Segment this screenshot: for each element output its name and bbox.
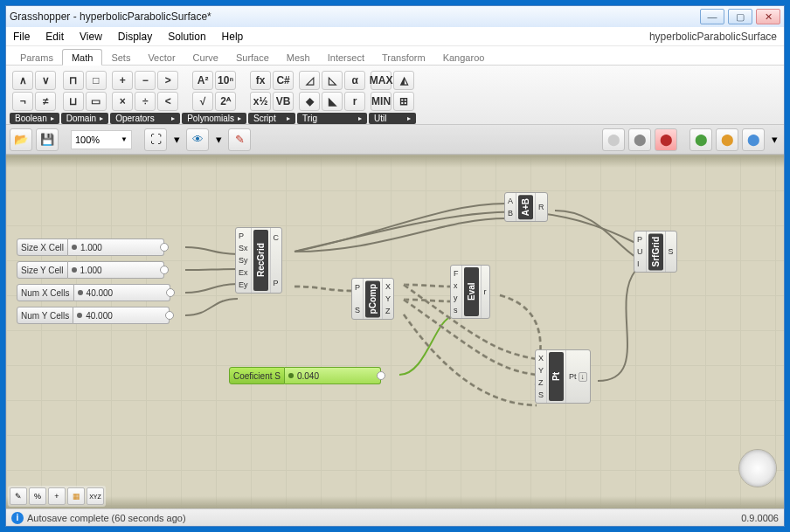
shade-white-button[interactable]: ⬤ bbox=[602, 128, 625, 151]
ribbon-button[interactable]: C# bbox=[273, 71, 294, 90]
ribbon-button[interactable]: ⊞ bbox=[393, 92, 414, 111]
port-in-x[interactable]: x bbox=[454, 280, 459, 292]
slider-size-x-cell[interactable]: Size X Cell1.000 bbox=[17, 238, 164, 256]
ball-orange-button[interactable]: ⬤ bbox=[716, 128, 738, 151]
component-pcomp[interactable]: P S pComp X Y Z bbox=[351, 278, 394, 320]
ribbon-button[interactable]: ⊔ bbox=[63, 92, 84, 111]
tab-math[interactable]: Math bbox=[62, 49, 102, 66]
shade-red-button[interactable]: ⬤ bbox=[655, 128, 677, 151]
ribbon-group-label[interactable]: Script▸ bbox=[248, 113, 295, 124]
ribbon-button[interactable]: ≠ bbox=[35, 92, 56, 111]
ribbon-button[interactable]: ◭ bbox=[393, 71, 414, 90]
ribbon-button[interactable]: ¬ bbox=[12, 92, 33, 111]
ribbon-button[interactable]: √ bbox=[192, 92, 213, 111]
menu-edit[interactable]: Edit bbox=[45, 31, 64, 43]
ribbon-button[interactable]: + bbox=[112, 71, 133, 90]
preview-dropdown[interactable]: ▾ bbox=[212, 128, 225, 151]
ribbon-button[interactable]: ◣ bbox=[322, 92, 343, 111]
slider-track[interactable]: 0.040 bbox=[285, 367, 381, 384]
port-in-P[interactable]: P bbox=[637, 233, 643, 245]
port-in-s[interactable]: s bbox=[454, 304, 459, 316]
ribbon-button[interactable]: α bbox=[344, 71, 365, 90]
component-aplusb[interactable]: A B A+B R bbox=[504, 192, 548, 222]
port-out-R[interactable]: R bbox=[538, 201, 544, 213]
slider-size-y-cell[interactable]: Size Y Cell1.000 bbox=[17, 261, 164, 279]
menu-display[interactable]: Display bbox=[118, 31, 152, 43]
menu-solution[interactable]: Solution bbox=[168, 31, 205, 43]
ribbon-button[interactable]: ∨ bbox=[35, 71, 56, 90]
port-in-Ex[interactable]: Ex bbox=[239, 266, 248, 279]
ribbon-group-label[interactable]: Operators▸ bbox=[110, 113, 180, 124]
zoom-extents-button[interactable]: ⛶ bbox=[144, 128, 167, 151]
port-out-Y[interactable]: Y bbox=[385, 293, 391, 305]
ribbon-button[interactable]: > bbox=[157, 71, 178, 90]
ribbon-group-label[interactable]: Polynomials▸ bbox=[182, 113, 246, 124]
tab-sets[interactable]: Sets bbox=[102, 50, 139, 65]
minimize-button[interactable]: — bbox=[700, 9, 724, 24]
ribbon-button[interactable]: MIN bbox=[371, 92, 392, 111]
ball-green-button[interactable]: ⬤ bbox=[690, 128, 712, 151]
component-pt[interactable]: X Y Z S Pt Pt ↓ bbox=[535, 349, 591, 404]
port-in-Y[interactable]: Y bbox=[538, 364, 544, 377]
port-in-S[interactable]: S bbox=[355, 304, 360, 316]
preview-button[interactable]: 👁 bbox=[186, 128, 209, 151]
port-in-P[interactable]: P bbox=[355, 281, 360, 294]
port-in-Z[interactable]: Z bbox=[538, 377, 544, 389]
maximize-button[interactable]: ▢ bbox=[728, 9, 752, 24]
ribbon-button[interactable]: × bbox=[112, 92, 133, 111]
ribbon-button[interactable]: ▭ bbox=[86, 92, 107, 111]
slider-coeficient-s[interactable]: Coeficient S0.040 bbox=[229, 367, 381, 384]
port-in-Ey[interactable]: Ey bbox=[239, 279, 248, 291]
slider-track[interactable]: 1.000 bbox=[68, 261, 164, 279]
component-srfgrid[interactable]: P U I SrfGrid S bbox=[634, 231, 677, 273]
close-button[interactable]: ✕ bbox=[756, 9, 780, 24]
port-out-Z[interactable]: Z bbox=[385, 305, 391, 317]
port-out-Pt[interactable]: Pt ↓ bbox=[569, 370, 587, 383]
ball-dropdown[interactable]: ▾ bbox=[768, 128, 780, 151]
ribbon-button[interactable]: ⊓ bbox=[63, 71, 84, 90]
port-in-U[interactable]: U bbox=[637, 245, 643, 258]
port-in-Sy[interactable]: Sy bbox=[239, 254, 248, 266]
menu-view[interactable]: View bbox=[80, 31, 102, 43]
ribbon-button[interactable]: A² bbox=[192, 71, 213, 90]
port-in-I[interactable]: I bbox=[637, 258, 643, 270]
component-recgrid[interactable]: P Sx Sy Ex Ey RecGrid C P bbox=[235, 227, 282, 294]
tab-intersect[interactable]: Intersect bbox=[319, 50, 373, 65]
open-button[interactable]: 📂 bbox=[10, 128, 32, 151]
ribbon-button[interactable]: 2ᴬ bbox=[215, 92, 236, 111]
ribbon-button[interactable]: MAX bbox=[371, 71, 392, 90]
slider-num-y-cells[interactable]: Num Y Cells40.000 bbox=[17, 307, 170, 324]
tab-vector[interactable]: Vector bbox=[139, 50, 184, 65]
ribbon-group-label[interactable]: Trig▸ bbox=[297, 113, 367, 124]
ball-blue-button[interactable]: ⬤ bbox=[742, 128, 765, 151]
ribbon-button[interactable]: ◺ bbox=[322, 71, 343, 90]
shade-gray-button[interactable]: ⬤ bbox=[628, 128, 651, 151]
tab-mesh[interactable]: Mesh bbox=[278, 50, 319, 65]
port-out-X[interactable]: X bbox=[385, 280, 391, 293]
plus-tool-button[interactable]: + bbox=[48, 487, 66, 505]
fuzzy-tool-button[interactable]: ▦ bbox=[67, 487, 85, 505]
pencil-tool-button[interactable]: ✎ bbox=[10, 487, 27, 505]
ribbon-button[interactable]: < bbox=[157, 92, 178, 111]
ribbon-button[interactable]: r bbox=[344, 92, 365, 111]
ribbon-button[interactable]: − bbox=[135, 71, 156, 90]
percent-tool-button[interactable]: % bbox=[29, 487, 46, 505]
menu-file[interactable]: File bbox=[13, 31, 30, 43]
port-in-B[interactable]: B bbox=[508, 207, 513, 219]
port-out-S[interactable]: S bbox=[669, 245, 674, 258]
port-in-y[interactable]: y bbox=[454, 292, 459, 304]
tab-transform[interactable]: Transform bbox=[373, 50, 434, 65]
slider-num-x-cells[interactable]: Num X Cells40.000 bbox=[17, 284, 170, 301]
ribbon-button[interactable]: 10ⁿ bbox=[215, 71, 236, 90]
menu-help[interactable]: Help bbox=[222, 31, 244, 43]
ribbon-group-label[interactable]: Domain▸ bbox=[61, 113, 108, 124]
canvas[interactable]: Size X Cell1.000Size Y Cell1.000Num X Ce… bbox=[6, 155, 784, 508]
port-in-F[interactable]: F bbox=[454, 267, 459, 280]
port-out-C[interactable]: C bbox=[274, 231, 280, 244]
ribbon-button[interactable]: □ bbox=[86, 71, 107, 90]
ribbon-button[interactable]: ◆ bbox=[299, 92, 320, 111]
sketch-button[interactable]: ✎ bbox=[228, 128, 251, 151]
component-eval[interactable]: F x y s Eval r bbox=[450, 265, 490, 319]
ribbon-button[interactable]: ◿ bbox=[299, 71, 320, 90]
tab-params[interactable]: Params bbox=[11, 50, 62, 65]
